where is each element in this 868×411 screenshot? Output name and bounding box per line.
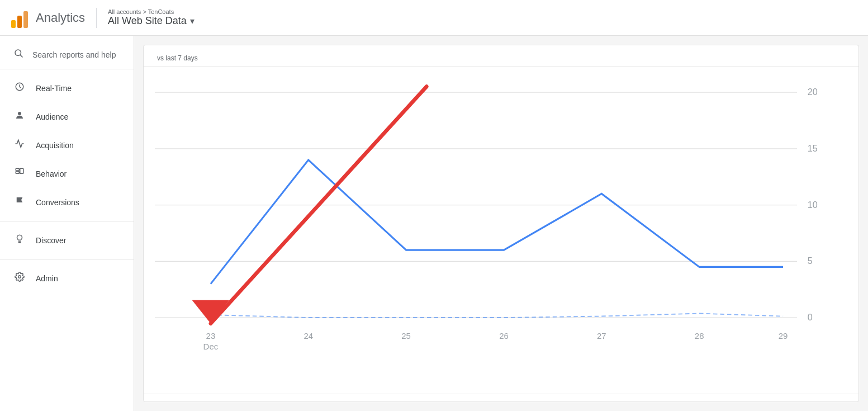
- svg-text:20: 20: [808, 87, 818, 97]
- sidebar-item-behavior[interactable]: Behavior: [0, 159, 134, 188]
- line-chart: 20 15 10 5 0 23 Dec 24 25 26 27 28 29: [155, 78, 825, 360]
- gear-icon: [13, 272, 26, 285]
- sidebar-item-admin-label: Admin: [36, 274, 58, 283]
- header-divider: [96, 8, 97, 28]
- svg-text:27: 27: [597, 331, 606, 341]
- svg-text:26: 26: [499, 331, 509, 341]
- lightbulb-icon: [13, 234, 26, 247]
- sidebar-item-acquisition[interactable]: Acquisition: [0, 131, 134, 159]
- svg-rect-6: [20, 168, 23, 173]
- sidebar-item-realtime-label: Real-Time: [36, 84, 72, 93]
- sidebar-item-audience[interactable]: Audience: [0, 102, 134, 131]
- search-icon: [13, 48, 23, 61]
- chart-body: 20 15 10 5 0 23 Dec 24 25 26 27 28 29: [144, 67, 858, 394]
- sidebar-item-discover-label: Discover: [36, 236, 66, 245]
- chart-subtitle: vs last 7 days: [144, 45, 858, 67]
- behavior-icon: [13, 167, 26, 180]
- svg-text:25: 25: [401, 331, 411, 341]
- nav-divider: [0, 221, 134, 221]
- sidebar-item-behavior-label: Behavior: [36, 169, 67, 178]
- search-item[interactable]: Search reports and help: [0, 40, 134, 69]
- svg-text:0: 0: [808, 312, 813, 322]
- chart-footer: Last 7 days ▾ AUDIENCE OVERVIEW ›: [144, 394, 858, 402]
- sidebar-item-conversions-label: Conversions: [36, 198, 79, 207]
- svg-point-8: [18, 276, 21, 278]
- sidebar-item-discover[interactable]: Discover: [0, 226, 134, 254]
- svg-rect-4: [16, 168, 19, 171]
- search-label: Search reports and help: [32, 50, 116, 59]
- nav-divider-2: [0, 259, 134, 259]
- analytics-logo-icon: [11, 8, 28, 28]
- sidebar-item-conversions[interactable]: Conversions: [0, 188, 134, 216]
- sidebar-item-audience-label: Audience: [36, 112, 68, 121]
- svg-text:23: 23: [206, 331, 216, 341]
- chart-panel: vs last 7 days: [143, 45, 859, 402]
- sidebar-item-admin[interactable]: Admin: [0, 264, 134, 292]
- sidebar-item-acquisition-label: Acquisition: [36, 141, 74, 150]
- main-layout: Search reports and help Real-Time Audien…: [0, 36, 868, 411]
- logo-area: Analytics: [11, 8, 85, 28]
- svg-point-3: [18, 112, 21, 115]
- content-area: vs last 7 days: [134, 36, 868, 411]
- header: Analytics All accounts > TenCoats All We…: [0, 0, 868, 36]
- clock-icon: [13, 82, 26, 95]
- svg-text:15: 15: [808, 143, 818, 153]
- app-title: Analytics: [36, 11, 85, 25]
- svg-line-1: [20, 55, 22, 57]
- acquisition-icon: [13, 139, 26, 152]
- svg-rect-5: [16, 172, 19, 174]
- svg-text:Dec: Dec: [203, 342, 219, 351]
- header-account: All accounts > TenCoats All Web Site Dat…: [108, 8, 195, 27]
- property-dropdown-arrow: ▾: [190, 16, 195, 26]
- breadcrumb: All accounts > TenCoats: [108, 8, 195, 15]
- svg-text:24: 24: [303, 331, 313, 341]
- property-selector[interactable]: All Web Site Data ▾: [108, 15, 195, 27]
- svg-text:5: 5: [808, 256, 813, 266]
- sidebar-item-realtime[interactable]: Real-Time: [0, 74, 134, 102]
- svg-text:10: 10: [808, 200, 818, 210]
- svg-point-0: [15, 50, 21, 56]
- svg-text:28: 28: [695, 331, 704, 341]
- flag-icon: [13, 196, 26, 209]
- sidebar: Search reports and help Real-Time Audien…: [0, 36, 134, 411]
- svg-text:29: 29: [779, 331, 788, 341]
- person-icon: [13, 110, 26, 123]
- property-name: All Web Site Data: [108, 15, 187, 27]
